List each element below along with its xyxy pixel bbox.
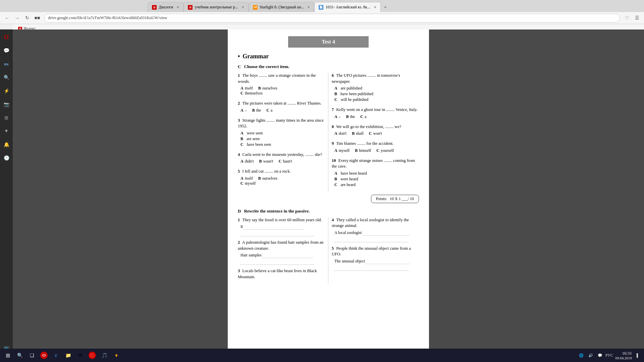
opera-taskbar-icon: O (40, 352, 48, 359)
tab-starlight[interactable]: AB Starlight 8. (Звездный ан... ✕ (249, 2, 315, 12)
clock-time: 16:31 (615, 351, 632, 356)
q2-option-c: C a (266, 108, 272, 113)
mail-taskbar-icon[interactable]: ✉ (75, 350, 85, 360)
questions-grid: 1 The boys ........ saw a strange creatu… (238, 73, 419, 192)
section-d-instruction: Rewrite the sentence in the passive. (244, 208, 310, 214)
bookmark-heart-icon[interactable]: ♡ (623, 14, 631, 22)
forward-button[interactable]: → (13, 14, 21, 22)
tab-close-icon2[interactable]: ✕ (241, 5, 244, 9)
tab-dialogi[interactable]: Я Диалоги ✕ (148, 2, 183, 12)
points-box: Points: 10 X 1 ___/ 10 (238, 195, 419, 203)
tab-close-icon3[interactable]: ✕ (307, 5, 310, 9)
rewrite-1-line1 (244, 224, 304, 230)
vk-icon[interactable]: вк (2, 60, 11, 68)
tab-english[interactable]: 📄 1031- Английский яз. 8к... ✕ (314, 2, 380, 12)
notification-area-icon[interactable]: 💬 (597, 352, 603, 359)
history-icon[interactable]: 🕐 (2, 154, 11, 162)
test-title: Test 4 (288, 36, 369, 48)
question-4-options: A didn't B wasn't C hasn't (238, 159, 325, 164)
game-taskbar-icon[interactable]: ♦ (111, 350, 121, 360)
rewrite-4-line1 (363, 230, 410, 236)
show-desktop-button[interactable]: ▌ (635, 352, 641, 359)
news-icon[interactable]: ⚡ (2, 86, 11, 95)
task-view-button[interactable]: ❑ (27, 350, 37, 360)
question-2: 2 The pictures were taken at ........ Ri… (238, 101, 325, 113)
question-8: 8 We will go to the exhibition, ........… (332, 124, 419, 136)
start-button[interactable]: ⊞ (3, 350, 13, 360)
media-player-taskbar[interactable]: 🎵 (99, 350, 109, 360)
rewrite-4-text: 4 They called a local zoologist to ident… (332, 217, 419, 229)
tab-textbook[interactable]: Я учебник контрольные р... ✕ (183, 2, 248, 12)
question-9-text: 9 Tim blames ........ for the accident. (332, 141, 419, 147)
search-taskbar-button[interactable]: 🔍 (15, 350, 25, 360)
apps-icon[interactable]: ⊞ (2, 113, 11, 122)
test-header-wrapper: Test 4 (238, 36, 419, 48)
extensions-button[interactable]: ■■ (33, 14, 42, 22)
notifications-icon[interactable]: 🔔 (2, 140, 11, 149)
question-9: 9 Tim blames ........ for the accident. … (332, 141, 419, 153)
d-letter: D (238, 208, 241, 214)
section-d: D Rewrite the sentence in the passive. 1… (238, 208, 419, 284)
new-tab-button[interactable]: + (381, 3, 390, 12)
rewrite-left-col: 1 They say the fossil is over 60 million… (238, 217, 328, 284)
q2-option-a: A – (240, 108, 247, 113)
q4-option-c: C hasn't (279, 159, 292, 164)
question-10: 10 Every night strange noises ........ c… (332, 158, 419, 187)
bullet-icon: • (238, 53, 240, 60)
volume-icon[interactable]: 🔊 (587, 352, 594, 359)
reload-button[interactable]: ↻ (23, 14, 32, 22)
folder-taskbar-icon[interactable]: 📁 (63, 350, 73, 360)
rewrite-1-text: 1 They say the fossil is over 60 million… (238, 217, 325, 223)
clock-date: 09.04.2019 (615, 356, 632, 360)
grammar-section-title: • Grammar (238, 53, 419, 60)
browser-menu-icon[interactable]: ☰ (633, 14, 641, 22)
rewrite-2-line1 (263, 253, 313, 258)
question-3-text: 3 Strange lights ........ many times in … (238, 118, 325, 129)
rewrite-1: 1 They say the fossil is over 60 million… (238, 217, 325, 237)
questions-left-col: 1 The boys ........ saw a strange creatu… (238, 73, 328, 192)
q10-option-a: A have been heard (334, 171, 419, 176)
rewrite-1-line2 (240, 231, 314, 236)
tab-close-icon[interactable]: ✕ (176, 5, 179, 9)
address-bar[interactable]: drive.google.com/file/d/1a7eTnrW7t8z-8Uo… (44, 14, 620, 22)
search-icon[interactable]: 🔍 (2, 73, 11, 82)
system-clock[interactable]: 16:31 09.04.2019 (615, 351, 632, 360)
question-4-text: 4 Carla went to the museum yesterday, ..… (238, 152, 325, 158)
chat-icon[interactable]: 💬 (2, 46, 11, 55)
q1-option-c: C themselves (240, 91, 263, 96)
q5-option-a: A itself (240, 176, 253, 181)
keyboard-layout[interactable]: РУС (606, 352, 613, 359)
question-5-options2: C myself (238, 181, 325, 186)
q6-option-b: B have been published (334, 92, 419, 97)
question-6-options: A are published B have been published C … (332, 86, 419, 102)
favorites-icon[interactable]: ♥ (2, 127, 11, 135)
grammar-label: Grammar (243, 53, 269, 60)
rewrite-4-line2 (334, 237, 408, 242)
tab-close-icon4[interactable]: ✕ (374, 5, 376, 9)
q3-option-c: C have been seen (240, 142, 325, 147)
question-8-text: 8 We will go to the exhibition, ........… (332, 124, 419, 130)
doc-favicon: 📄 (319, 5, 323, 10)
browser-taskbar-icon[interactable]: O (39, 350, 49, 360)
section-c-label: C Choose the correct item. (238, 64, 289, 69)
opera-red-taskbar[interactable]: ⭕ (87, 350, 97, 360)
explorer-taskbar-icon[interactable]: e (51, 350, 61, 360)
question-4: 4 Carla went to the museum yesterday, ..… (238, 152, 325, 164)
back-button[interactable]: ← (3, 14, 11, 22)
c-letter: C (238, 64, 241, 69)
network-icon[interactable]: 🌐 (578, 352, 585, 359)
opera-logo-icon: O (2, 33, 11, 42)
question-10-text: 10 Every night strange noises ........ c… (332, 158, 419, 170)
q6-option-a: A are published (334, 86, 419, 91)
q4-option-a: A didn't (240, 159, 254, 164)
q10-option-c: C are heard (334, 182, 419, 187)
rewrite-2-line2 (240, 259, 314, 265)
question-2-text: 2 The pictures were taken at ........ Ri… (238, 101, 325, 107)
left-sidebar: O 💬 вк 🔍 ⚡ 📷 ⊞ ♥ 🔔 🕐 📺 (0, 29, 13, 362)
question-6-text: 6 The UFO pictures ........ in tomorrow'… (332, 73, 419, 84)
camera-icon[interactable]: 📷 (2, 100, 11, 109)
question-1-options2: C themselves (238, 91, 325, 96)
tab-label2: учебник контрольные р... (195, 5, 238, 10)
rewrite-3: 3 Locals believe a cat-like beast lives … (238, 268, 325, 280)
q3-option-a: A were seen (240, 131, 325, 136)
